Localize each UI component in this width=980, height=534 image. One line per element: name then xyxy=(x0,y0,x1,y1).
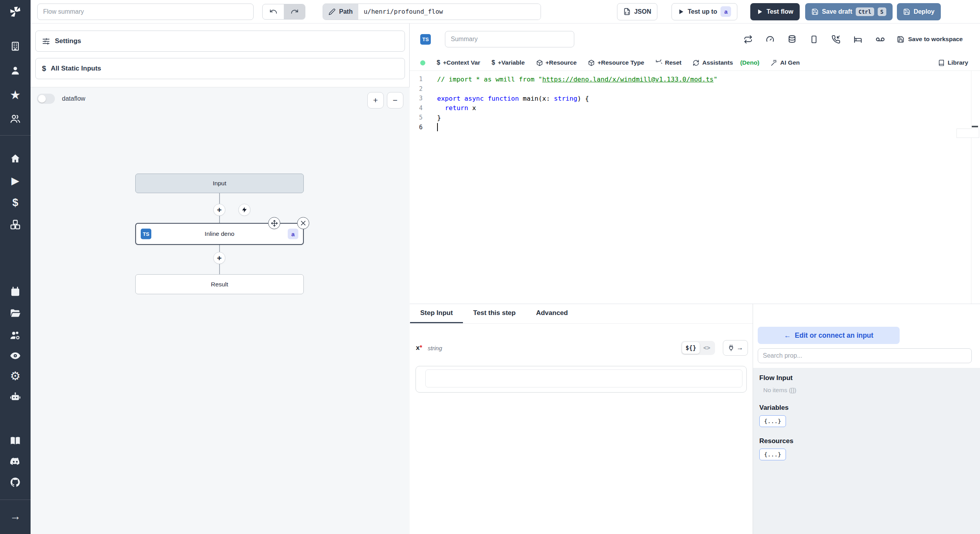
overview-ruler xyxy=(971,71,971,304)
library-button[interactable]: Library xyxy=(938,59,968,66)
runs-play-icon[interactable]: ▶ xyxy=(11,176,19,186)
plug-icon xyxy=(728,344,735,351)
zoom-out-button[interactable]: − xyxy=(387,92,403,109)
phone-incoming-icon[interactable] xyxy=(831,35,840,44)
ai-gen-button[interactable]: AI Gen xyxy=(771,59,800,66)
trigger-zap-button[interactable] xyxy=(238,204,250,216)
expand-sidebar-arrow-icon[interactable]: → xyxy=(10,511,21,522)
dollar-icon: $ xyxy=(492,59,495,66)
kbd-ctrl: Ctrl xyxy=(856,7,874,16)
workers-robot-icon[interactable] xyxy=(10,391,21,402)
save-to-workspace-button[interactable]: Save to workspace xyxy=(897,36,963,43)
left-arrow-icon: ← xyxy=(784,331,791,340)
editor-scrollbar[interactable] xyxy=(956,129,979,138)
save-draft-button[interactable]: Save draft CtrlS xyxy=(805,3,893,20)
status-green-dot xyxy=(420,60,425,65)
path-chip[interactable]: Path xyxy=(323,4,358,20)
all-static-inputs-button[interactable]: $ All Static Inputs xyxy=(35,58,405,79)
windmill-logo-icon[interactable] xyxy=(9,5,22,18)
retry-repeat-icon[interactable] xyxy=(744,35,753,44)
users-group-icon[interactable] xyxy=(10,113,21,124)
play-icon xyxy=(678,9,684,15)
resources-cubes-icon[interactable] xyxy=(10,219,21,230)
redo-button[interactable] xyxy=(284,4,305,19)
groups-admin-icon[interactable] xyxy=(10,330,21,341)
folders-icon[interactable] xyxy=(10,308,21,319)
code-line[interactable]: 6 xyxy=(410,123,980,132)
schedules-calendar-icon[interactable] xyxy=(10,287,21,297)
book-icon xyxy=(938,60,945,66)
reset-button[interactable]: Reset xyxy=(655,59,681,66)
code-line[interactable]: 4 return x xyxy=(410,103,980,113)
code-line[interactable]: 2 xyxy=(410,84,980,94)
template-mode-button[interactable]: ${} xyxy=(682,342,700,354)
voicemail-icon[interactable] xyxy=(875,34,885,44)
test-up-to-button[interactable]: Test up to a xyxy=(671,3,737,20)
connect-input-button[interactable]: → xyxy=(723,340,748,356)
github-icon[interactable] xyxy=(10,477,21,488)
add-variable-button[interactable]: $+Variable xyxy=(492,59,524,66)
dataflow-label: dataflow xyxy=(62,95,85,102)
home-icon[interactable] xyxy=(10,154,21,164)
resources-object-chip[interactable]: {...} xyxy=(759,449,786,460)
add-resource-type-button[interactable]: +Resource Type xyxy=(588,59,644,66)
save-icon xyxy=(811,8,818,15)
deploy-button[interactable]: Deploy xyxy=(897,3,941,20)
tab-step-input[interactable]: Step Input xyxy=(410,304,463,323)
sleep-bed-icon[interactable] xyxy=(853,35,862,44)
argument-value-input[interactable] xyxy=(425,369,742,387)
file-json-icon xyxy=(623,8,631,15)
add-resource-button[interactable]: +Resource xyxy=(536,59,577,66)
flow-result-node[interactable]: Result xyxy=(135,274,304,294)
delete-step-button[interactable] xyxy=(297,217,309,229)
cursor-overview-mark xyxy=(972,126,978,127)
step-input-panel: Step Input Test this step Advanced x* st… xyxy=(410,304,753,534)
editor-actions-row: $+Context Var $+Variable +Resource +Reso… xyxy=(410,55,980,71)
step-summary-input[interactable] xyxy=(445,31,574,47)
flow-input-node[interactable]: Input xyxy=(135,174,304,193)
flow-summary-input[interactable] xyxy=(37,4,254,20)
dataflow-toggle[interactable] xyxy=(37,94,55,104)
insert-step-button[interactable]: + xyxy=(213,204,225,216)
code-line[interactable]: 5} xyxy=(410,113,980,123)
input-mode-toggle: ${} <> xyxy=(681,341,715,355)
test-flow-button[interactable]: Test flow xyxy=(750,3,799,20)
insert-step-button[interactable]: + xyxy=(213,252,225,264)
zoom-in-button[interactable]: + xyxy=(367,92,384,109)
settings-gear-icon[interactable]: ⚙ xyxy=(10,370,21,382)
text-cursor xyxy=(437,123,438,131)
window-rect-icon[interactable] xyxy=(809,35,818,44)
flow-graph[interactable]: dataflow + − Input + TS Inline deno a + … xyxy=(31,87,410,534)
edit-or-connect-button[interactable]: ← Edit or connect an input xyxy=(758,327,900,344)
docs-book-icon[interactable] xyxy=(10,435,21,446)
cache-database-icon[interactable] xyxy=(788,35,797,44)
undo-button[interactable] xyxy=(263,4,284,19)
user-icon[interactable] xyxy=(10,65,21,76)
variables-object-chip[interactable]: {...} xyxy=(759,415,786,427)
code-editor[interactable]: 1// import * as wmill from "https://deno… xyxy=(410,71,980,304)
workspace-building-icon[interactable] xyxy=(10,41,21,52)
move-step-button[interactable] xyxy=(268,217,280,229)
flow-input-title: Flow Input xyxy=(759,374,974,382)
code-line[interactable]: 1// import * as wmill from "https://deno… xyxy=(410,74,980,84)
dollar-icon: $ xyxy=(437,59,440,66)
assistants-button[interactable]: Assistants (Deno) xyxy=(693,59,759,66)
search-prop-input[interactable] xyxy=(758,348,972,363)
code-line[interactable]: 3export async function main(x: string) { xyxy=(410,94,980,103)
favorites-star-icon[interactable]: ★ xyxy=(10,89,21,101)
path-input[interactable] xyxy=(358,4,541,20)
gauge-icon[interactable] xyxy=(766,35,775,44)
code-mode-button[interactable]: <> xyxy=(700,342,714,354)
flow-panel: Settings $ All Static Inputs dataflow + … xyxy=(31,24,410,534)
sidebar-divider xyxy=(0,500,31,500)
tab-advanced[interactable]: Advanced xyxy=(526,304,578,323)
flow-settings-button[interactable]: Settings xyxy=(35,31,405,52)
variables-dollar-icon[interactable]: $ xyxy=(12,197,18,208)
discord-icon[interactable] xyxy=(10,456,21,467)
tab-test-this-step[interactable]: Test this step xyxy=(463,304,526,323)
add-context-var-button[interactable]: $+Context Var xyxy=(437,59,480,66)
audit-eye-icon[interactable] xyxy=(10,350,21,362)
kbd-s: S xyxy=(878,7,886,16)
wand-icon xyxy=(771,60,777,66)
json-button[interactable]: JSON xyxy=(617,3,658,20)
